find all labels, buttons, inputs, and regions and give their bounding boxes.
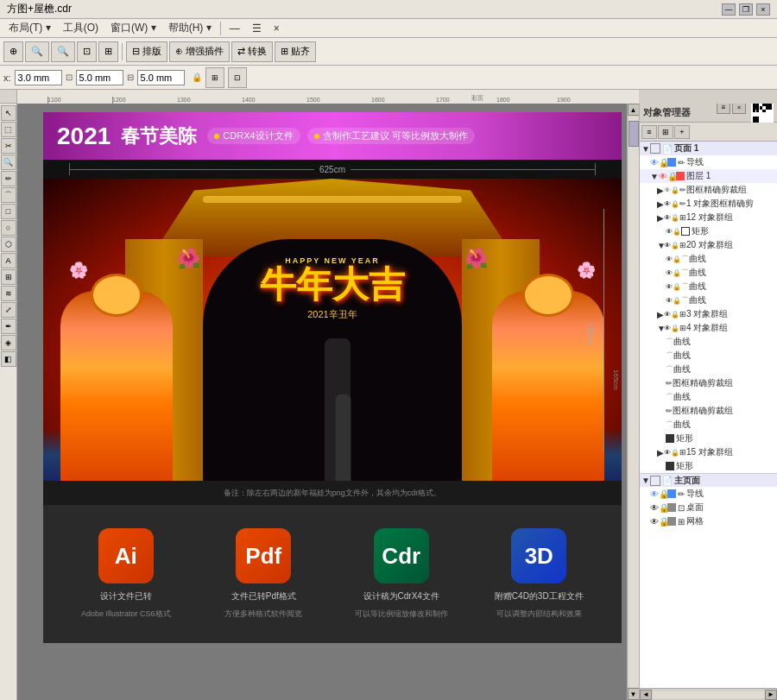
- crop-group3[interactable]: ✏ 图框精确剪裁组: [640, 404, 777, 418]
- scroll-up-button[interactable]: ▲: [628, 104, 640, 116]
- dt-color: [667, 503, 676, 512]
- w-input[interactable]: [137, 70, 185, 85]
- x-input[interactable]: [15, 70, 62, 85]
- panel-close-btn[interactable]: ×: [732, 104, 746, 114]
- curve3[interactable]: 👁 🔒 ⌒ 曲线: [640, 280, 777, 293]
- vertical-scrollbar[interactable]: ▲ ▼: [627, 104, 639, 700]
- smart-draw-tool[interactable]: ⌒: [1, 187, 16, 203]
- desktop-item[interactable]: 👁 🔒 ⊡ 桌面: [640, 501, 777, 514]
- obj1-item[interactable]: ▶ 👁 🔒 ✏ 1 对象图框精确剪: [640, 197, 777, 211]
- select-tool[interactable]: ↖: [1, 105, 16, 121]
- shape-tool[interactable]: ⬚: [1, 122, 16, 137]
- minimize-button[interactable]: —: [722, 3, 736, 16]
- polygon-tool[interactable]: ⬡: [1, 236, 16, 252]
- cu1-label: 曲线: [689, 253, 706, 265]
- ruler-corner: [0, 90, 17, 104]
- toolbar: ⊕ 🔍 🔍 ⊡ ⊞ ⊟ 排版 ⊕ 增强插件 ⇄ 转换 ⊞ 贴齐: [0, 38, 777, 66]
- connector-tool[interactable]: ⤢: [1, 302, 16, 318]
- group12[interactable]: ▶ 👁 🔒 ⊞ 12 对象群组: [640, 211, 777, 224]
- menu-help[interactable]: 帮助(H) ▾: [163, 19, 217, 37]
- fit-page-button[interactable]: ⊞: [98, 41, 118, 62]
- cu9-label: 曲线: [673, 419, 691, 431]
- curve1[interactable]: 👁 🔒 ⌒ 曲线: [640, 252, 777, 266]
- ellipse-tool[interactable]: ○: [1, 220, 16, 236]
- rect1[interactable]: 👁 🔒 矩形: [640, 224, 777, 238]
- canvas-area[interactable]: 2021 春节美陈 CDRX4设计文件 含制作工艺建议 可等比例放大制作: [17, 104, 639, 700]
- panel-expand-btn[interactable]: ≡: [717, 104, 730, 114]
- plugin-button[interactable]: ⊕ 增强插件: [169, 41, 230, 62]
- convert-button[interactable]: ⇄ 转换: [231, 41, 273, 62]
- menu-window[interactable]: 窗口(W) ▾: [105, 19, 161, 37]
- banner-year: 2021: [57, 123, 111, 150]
- group3[interactable]: ▶ 👁 🔒 ⊞ 3 对象群组: [640, 307, 777, 321]
- tag-dot1: [214, 134, 219, 139]
- object-list[interactable]: ▼ 📄 页面 1 👁 🔒 ✏ 导线 ▼ 👁 🔒 图层 1: [640, 142, 777, 688]
- mg-edit: 🔒: [659, 489, 667, 499]
- menu-tools[interactable]: 工具(O): [58, 19, 104, 37]
- curve4[interactable]: 👁 🔒 ⌒ 曲线: [640, 293, 777, 307]
- obj-add-btn[interactable]: +: [674, 125, 690, 139]
- close-button[interactable]: ×: [756, 3, 770, 16]
- panel-scrollbar[interactable]: ◄ ►: [640, 688, 777, 700]
- text-tool[interactable]: A: [1, 253, 16, 268]
- main-page-item[interactable]: ▼ 📄 主页面: [640, 473, 777, 487]
- parallel-tool[interactable]: ≋: [1, 286, 16, 301]
- curve9[interactable]: ⌒ 曲线: [640, 418, 777, 432]
- layout-button[interactable]: ⊟ 排版: [126, 41, 167, 62]
- dropper-tool[interactable]: ✒: [1, 318, 16, 334]
- obj-layer-btn[interactable]: ≡: [641, 125, 657, 139]
- crop-tool[interactable]: ✂: [1, 138, 16, 154]
- interactive-tool[interactable]: ◧: [1, 351, 16, 367]
- curve6[interactable]: ⌒ 曲线: [640, 349, 777, 363]
- zoom-tool-button[interactable]: ⊕: [3, 41, 23, 62]
- group4[interactable]: ▼ 👁 🔒 ⊞ 4 对象群组: [640, 321, 777, 335]
- crop-group1[interactable]: ▶ 👁 🔒 ✏ 图框精确剪裁组: [640, 183, 777, 197]
- rect-tool[interactable]: □: [1, 204, 16, 219]
- y-input[interactable]: [76, 70, 123, 85]
- ruler-1100: 1100: [47, 97, 61, 103]
- freehand-tool[interactable]: ✏: [1, 171, 16, 186]
- menu-close[interactable]: ×: [268, 21, 285, 36]
- o1-vis: 👁: [664, 200, 671, 208]
- curve8[interactable]: ⌒ 曲线: [640, 390, 777, 404]
- panel-scroll-right[interactable]: ►: [765, 690, 777, 700]
- zoom-in-button[interactable]: 🔍: [25, 41, 49, 62]
- fill-tool[interactable]: ◈: [1, 335, 16, 350]
- main-guideline[interactable]: 👁 🔒 ✏ 导线: [640, 487, 777, 501]
- fit-button[interactable]: ⊡: [77, 41, 97, 62]
- right-panel: 对象管理器 ≡ ×: [639, 104, 777, 700]
- snap-button[interactable]: ⊞ 贴齐: [275, 41, 316, 62]
- guide-color: [667, 158, 676, 167]
- layer1-item[interactable]: ▼ 👁 🔒 图层 1: [640, 169, 777, 183]
- curve5[interactable]: ⌒ 曲线: [640, 335, 777, 349]
- prop-btn2[interactable]: ⊡: [228, 67, 247, 88]
- obj-view-btn[interactable]: ⊞: [658, 125, 673, 139]
- scroll-track[interactable]: [629, 117, 639, 687]
- menu-layout[interactable]: 布局(T) ▾: [3, 19, 56, 37]
- crop-group2[interactable]: ✏ 图框精确剪裁组: [640, 376, 777, 390]
- guideline-item[interactable]: 👁 🔒 ✏ 导线: [640, 155, 777, 169]
- scroll-down-button[interactable]: ▼: [628, 688, 640, 700]
- panel-scroll-track[interactable]: [653, 691, 764, 698]
- panel-scroll-left[interactable]: ◄: [640, 690, 652, 700]
- prop-btn1[interactable]: ⊞: [205, 67, 224, 88]
- curve2[interactable]: 👁 🔒 ⌒ 曲线: [640, 266, 777, 280]
- gate-year-text: 2021辛丑年: [203, 308, 462, 321]
- page-1-item[interactable]: ▼ 📄 页面 1: [640, 142, 777, 155]
- rect3[interactable]: 矩形: [640, 459, 777, 473]
- zoom-tool-left[interactable]: 🔍: [1, 155, 16, 170]
- group15[interactable]: ▶ 👁 🔒 ⊞ 15 对象群组: [640, 445, 777, 459]
- menu-dash[interactable]: —: [224, 21, 245, 36]
- table-tool[interactable]: ⊞: [1, 269, 16, 285]
- layer1-vis: 👁: [659, 172, 667, 181]
- rect2[interactable]: 矩形: [640, 432, 777, 445]
- cu2-label: 曲线: [689, 267, 706, 279]
- banner-title-cn: 春节美陈: [121, 123, 197, 149]
- zoom-out-button[interactable]: 🔍: [51, 41, 75, 62]
- group20[interactable]: ▼ 👁 🔒 ⊞ 20 对象群组: [640, 238, 777, 252]
- restore-button[interactable]: ❐: [739, 3, 753, 16]
- curve7[interactable]: ⌒ 曲线: [640, 363, 777, 376]
- scroll-thumb[interactable]: [629, 121, 639, 147]
- grid-item[interactable]: 👁 🔒 ⊞ 网格: [640, 514, 777, 528]
- menu-icon[interactable]: ☰: [247, 21, 267, 36]
